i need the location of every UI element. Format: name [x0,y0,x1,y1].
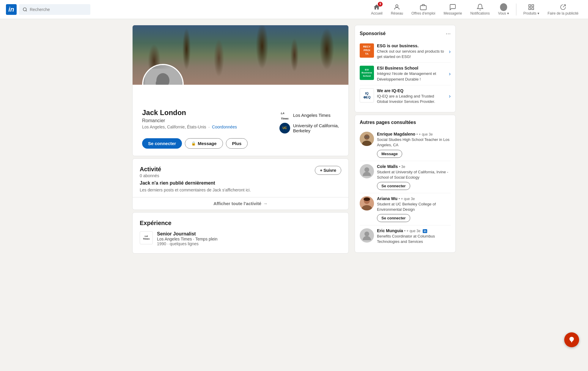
emploi-label: Offres d'emploi [411,11,435,15]
nav-item-reseau[interactable]: Réseau [387,2,407,17]
sponsored-title: Sponsorisé [360,31,386,36]
other-pages-title: Autres pages consultées [360,120,451,125]
svg-rect-8 [532,7,534,9]
search-input[interactable] [30,7,87,12]
briefcase-icon [420,4,427,11]
svg-point-2 [396,5,398,7]
follow-button[interactable]: + Suivre [315,166,341,175]
ad-logo-iqeq: IQ⊕EQ [360,88,374,103]
nav-item-emploi[interactable]: Offres d'emploi [408,2,439,17]
activity-subtitle: 0 abonnés [140,173,161,178]
person-info-ariana: Ariana Wu • + que 3e Student at UC Berke… [377,196,451,222]
produits-label: Produits ▾ [523,11,539,15]
message-enrique-button[interactable]: Message [377,150,402,158]
svg-point-23 [364,197,370,201]
nav-item-faire[interactable]: Faire de la publicité [544,2,582,17]
reseau-label: Réseau [391,11,403,15]
experience-item: LATimes Senior Journalist Los Angeles Ti… [140,231,341,246]
sponsored-header: Sponsorisé ··· [360,30,451,37]
view-all-link[interactable]: Afficher toute l'activité → [133,197,348,210]
search-box[interactable] [19,4,90,15]
profile-info: Jack London Romancier Los Angeles, Calif… [133,85,348,156]
svg-rect-7 [529,7,531,9]
activity-card: Activité 0 abonnés + Suivre Jack n'a rie… [132,158,349,210]
exp-la-times-logo: LATimes [140,231,153,244]
connect-ariana-button[interactable]: Se connecter [377,214,410,222]
nav-item-accueil[interactable]: 9 Accueil [367,2,386,17]
person-avatar-cole [360,164,374,178]
search-icon [23,7,27,12]
person-item-cole: Cole Walls • 3e Student at University of… [360,161,451,193]
connect-cole-button[interactable]: Se connecter [377,182,410,190]
la-times-logo: LATimes [279,110,290,120]
ad-arrow-esi-icon[interactable]: › [449,71,451,77]
activity-empty-title: Jack n'a rien publié dernièrement [140,180,341,186]
eric-avatar-placeholder [360,228,374,243]
person-avatar-ariana [360,196,374,210]
message-label: Message [198,141,216,146]
svg-point-4 [502,5,505,8]
profile-actions: Se connecter 🔒 Message Plus [142,138,339,149]
svg-rect-3 [420,6,426,10]
person-item-enrique: Enrique Magdaleno • + que 3e Social Stud… [360,129,451,161]
location-text: Los Angeles, Californie, États-Unis [142,125,206,129]
arrow-right-icon: → [263,201,268,206]
sponsored-card: Sponsorisé ··· RECYPROITA ESG is our bus… [355,25,456,112]
ad-item-recyproita: RECYPROITA ESG is our business. Check ou… [360,40,451,63]
ad-desc-esi: Intégrez l'école de Management et Dévelo… [377,71,446,82]
vous-label: Vous ▾ [498,11,509,15]
message-button[interactable]: 🔒 Message [185,138,223,149]
accueil-badge: 9 [378,2,383,7]
profile-right: LATimes Los Angeles Times UC University … [279,110,339,133]
profile-name: Jack London [142,109,237,117]
floating-action-button[interactable] [564,332,579,347]
person-degree-eric: • + que 3e [404,229,421,233]
vous-avatar-icon [500,4,507,11]
profile-banner [133,25,348,85]
ad-name-recyproita: ESG is our business. [377,43,446,48]
lock-icon: 🔒 [191,141,196,146]
person-desc-ariana: Student at UC Berkeley College of Enviro… [377,202,451,212]
nav-divider [516,4,516,15]
ad-logo-recyproita: RECYPROITA [360,43,374,58]
nav-item-vous[interactable]: Vous ▾ [495,2,512,17]
ad-logo-esi: ESIBusinessSchool [360,66,374,80]
ad-item-esi: ESIBusinessSchool ESI Business School In… [360,63,451,85]
svg-line-1 [26,10,27,11]
activity-title: Activité [140,166,161,173]
ad-content-esi: ESI Business School Intégrez l'école de … [377,66,446,82]
person-degree-cole: • 3e [399,165,405,169]
exp-details: Senior Journalist Los Angeles Times · Te… [157,231,218,246]
profile-location: Los Angeles, Californie, États-Unis · Co… [142,125,237,129]
profile-card: Jack London Romancier Los Angeles, Calif… [132,25,349,156]
ad-item-iqeq: IQ⊕EQ We are IQ-EQ IQ-EQ are a Leading a… [360,85,451,107]
person-item-ariana: Ariana Wu • + que 3e Student at UC Berke… [360,193,451,225]
view-all-text: Afficher toute l'activité [213,201,261,206]
exp-company: Los Angeles Times · Temps plein [157,237,218,241]
linkedin-logo[interactable]: in [6,4,17,15]
nav-item-produits[interactable]: Produits ▾ [520,2,543,17]
faire-label: Faire de la publicité [548,11,578,15]
cole-avatar-placeholder [360,164,374,178]
person-avatar-eric [360,228,374,243]
profile-main: Jack London Romancier Los Angeles, Calif… [142,109,339,133]
main-container: Jack London Romancier Los Angeles, Calif… [128,19,460,260]
person-name-cole: Cole Walls • 3e [377,164,451,169]
nav-item-notifications[interactable]: Notifications [467,2,493,17]
la-times-name: Los Angeles Times [293,113,331,118]
profile-left: Jack London Romancier Los Angeles, Calif… [142,109,237,129]
coordonnees-link[interactable]: Coordonnées [212,125,237,129]
right-sidebar: Sponsorisé ··· RECYPROITA ESG is our bus… [355,25,456,253]
nav-item-messagerie[interactable]: Messagerie [440,2,466,17]
ad-arrow-icon[interactable]: › [449,48,451,55]
more-button[interactable]: Plus [226,138,248,149]
company-la-times: LATimes Los Angeles Times [279,110,331,120]
more-options-icon[interactable]: ··· [446,30,451,37]
nav-items: 9 Accueil Réseau Offres d'emploi Message… [367,2,582,17]
ad-arrow-iqeq-icon[interactable]: › [449,93,451,99]
svg-point-19 [364,167,369,172]
person-name-enrique: Enrique Magdaleno • + que 3e [377,132,451,136]
person-desc-eric: Benefits Coordinator at Columbus Technol… [377,234,451,244]
connect-button[interactable]: Se connecter [142,138,182,149]
ad-name-iqeq: We are IQ-EQ [377,88,446,93]
